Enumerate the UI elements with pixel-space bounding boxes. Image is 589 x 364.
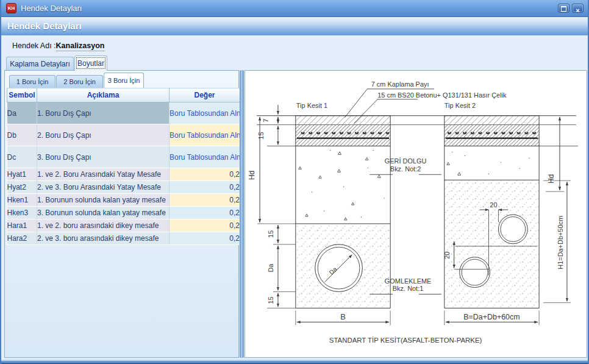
row-symbol: Hara1 bbox=[7, 219, 37, 232]
row-description: 1. ve 2. boru arasındaki dikey mesafe bbox=[37, 219, 170, 232]
dim-20-left: 20 bbox=[443, 252, 451, 259]
row-symbol: Hara2 bbox=[7, 232, 37, 245]
tab-1-boru-icin[interactable]: 1 Boru İçin bbox=[9, 75, 55, 88]
tab-kaplama-detaylari[interactable]: Kaplama Detayları bbox=[6, 57, 74, 71]
close-button[interactable]: × bbox=[572, 4, 584, 13]
hendek-adi-label: Hendek Adı : bbox=[12, 41, 56, 50]
table-row[interactable]: Hken3 3. Borunun solunda kalan yatay mes… bbox=[7, 207, 240, 219]
app-icon: KH bbox=[6, 3, 16, 13]
parameters-panel: 1 Boru İçin 2 Boru İçin 3 Boru İçin Semb… bbox=[4, 70, 239, 358]
label-tip-kesit-1: Tip Kesit 1 bbox=[296, 102, 327, 109]
row-symbol: Db bbox=[7, 124, 37, 146]
row-symbol: Hyat1 bbox=[7, 168, 37, 181]
label-geri-dolgu-note: Bkz. Not:2 bbox=[390, 165, 421, 173]
label-gomlekleme: GOMLEKLEME bbox=[385, 277, 432, 285]
row-description: 3. Borunun solunda kalan yatay mesafe bbox=[37, 207, 170, 219]
dim-20-top: 20 bbox=[490, 201, 497, 209]
dim-15-mid: 15 bbox=[267, 230, 274, 238]
col-header-sembol: Sembol bbox=[7, 88, 37, 102]
table-row[interactable]: Da 1. Boru Dış Çapı Boru Tablosundan Aln… bbox=[7, 102, 240, 124]
dim-hd-right: Hd bbox=[547, 174, 555, 184]
row-description: 2. ve 3. boru arasındaki dikey mesafe bbox=[37, 232, 170, 245]
dim-7: 7 bbox=[262, 119, 270, 123]
label-gomlekleme-note: Bkz. Not:1 bbox=[393, 285, 423, 292]
window-title: Hendek Detayları bbox=[21, 4, 82, 13]
backfill-stones bbox=[299, 152, 461, 220]
row-symbol: Da bbox=[7, 102, 37, 124]
row-value-cell[interactable]: Boru Tablosundan Alnacak bbox=[170, 124, 240, 146]
dim-da-left: Da bbox=[267, 263, 274, 273]
dim-b-right: B=Da+Db+60cm bbox=[463, 313, 519, 321]
row-description: 1. Boru Dış Çapı bbox=[37, 102, 170, 124]
row-description: 1. Borunun solunda kalan yatay mesafe bbox=[37, 194, 170, 207]
page-title: Hendek Detayları bbox=[7, 21, 82, 31]
row-value-cell[interactable]: 0,2 bbox=[170, 194, 240, 207]
tab-boyutlar[interactable]: Boyutlar bbox=[74, 55, 107, 71]
title-bar[interactable]: KH Hendek Detayları × bbox=[1, 0, 588, 17]
parameters-table: Sembol Açıklama Değer Da 1. Boru Dış Çap… bbox=[7, 88, 240, 245]
col-header-deger: Değer bbox=[170, 88, 240, 102]
page-header: Hendek Detayları bbox=[1, 17, 588, 35]
row-value-cell[interactable]: 0,2 bbox=[170, 181, 240, 194]
row-value-cell[interactable]: 0,2 bbox=[170, 207, 240, 219]
label-tip-kesit-2: Tip Kesit 2 bbox=[444, 102, 476, 109]
dim-h1-right: H1=Da+Db+50cm bbox=[557, 216, 564, 269]
dim-b-left: B bbox=[340, 312, 346, 321]
label-geri-dolgu: GERİ DOLGU bbox=[385, 157, 427, 165]
right-dimension-lines bbox=[560, 117, 567, 302]
drawing-panel: Da 20 20 bbox=[245, 70, 587, 358]
hendek-detaylari-window: KH Hendek Detayları × Hendek Detayları H… bbox=[0, 0, 589, 364]
dim-15-bot: 15 bbox=[267, 296, 274, 304]
pavement-slabs bbox=[296, 116, 539, 146]
maximize-icon bbox=[561, 6, 566, 12]
dim-15-top: 15 bbox=[257, 132, 265, 139]
hendek-adi-row: Hendek Adı :Kanalizasyon bbox=[12, 41, 104, 50]
table-row[interactable]: Dc 3. Boru Dış Çapı Boru Tablosundan Aln… bbox=[7, 146, 240, 168]
left-extension-lines bbox=[257, 224, 296, 308]
row-value-cell[interactable]: Boru Tablosundan Alnacak bbox=[170, 146, 240, 168]
row-description: 2. ve 3. Boru Arasındaki Yatay Mesafe bbox=[37, 181, 170, 194]
hendek-adi-value: Kanalizasyon bbox=[56, 41, 105, 51]
row-description: 3. Boru Dış Çapı bbox=[37, 146, 170, 168]
label-beton-hasir: 15 cm BS20 Betonu+ Q131/131 Hasır Çelik bbox=[377, 91, 507, 99]
row-value-cell[interactable]: 0,2 bbox=[170, 232, 240, 245]
table-row[interactable]: Hara1 1. ve 2. boru arasındaki dikey mes… bbox=[7, 219, 240, 232]
close-icon: × bbox=[576, 7, 579, 14]
trench-section-drawing: Da 20 20 bbox=[245, 71, 587, 357]
table-row[interactable]: Hara2 2. ve 3. boru arasındaki dikey mes… bbox=[7, 232, 240, 245]
col-header-aciklama: Açıklama bbox=[37, 88, 170, 102]
table-row[interactable]: Hken1 1. Borunun solunda kalan yatay mes… bbox=[7, 194, 240, 207]
table-row[interactable]: Hyat1 1. ve 2. Boru Arasındaki Yatay Mes… bbox=[7, 168, 240, 181]
label-kaplama-payi: 7 cm Kaplama Payı bbox=[371, 80, 429, 88]
window-bottom-border bbox=[1, 360, 588, 364]
concrete-stipple-right bbox=[445, 180, 538, 307]
panel-splitter[interactable] bbox=[240, 70, 244, 358]
row-value-cell[interactable]: Boru Tablosundan Alnacak bbox=[170, 102, 240, 124]
tab-2-boru-icin[interactable]: 2 Boru İçin bbox=[56, 75, 103, 88]
row-description: 1. ve 2. Boru Arasındaki Yatay Mesafe bbox=[37, 168, 170, 181]
table-header-row: Sembol Açıklama Değer bbox=[7, 88, 240, 102]
row-value-cell[interactable]: 0,2 bbox=[170, 168, 240, 181]
row-symbol: Hken3 bbox=[7, 207, 37, 219]
row-description: 2. Boru Dış Çapı bbox=[37, 124, 170, 146]
tab-3-boru-icin[interactable]: 3 Boru İçin bbox=[104, 73, 144, 88]
maximize-button[interactable] bbox=[558, 4, 569, 13]
row-symbol: Hyat2 bbox=[7, 181, 37, 194]
drawing-caption: STANDART TİP KESİT(ASFALT-BETON-PARKE) bbox=[329, 337, 482, 344]
row-value-cell[interactable]: 0,2 bbox=[170, 219, 240, 232]
table-row[interactable]: Db 2. Boru Dış Çapı Boru Tablosundan Aln… bbox=[7, 124, 240, 146]
dim-hd-left: Hd bbox=[248, 171, 256, 180]
row-symbol: Dc bbox=[7, 146, 37, 168]
row-symbol: Hken1 bbox=[7, 194, 37, 207]
table-row[interactable]: Hyat2 2. ve 3. Boru Arasındaki Yatay Mes… bbox=[7, 181, 240, 194]
